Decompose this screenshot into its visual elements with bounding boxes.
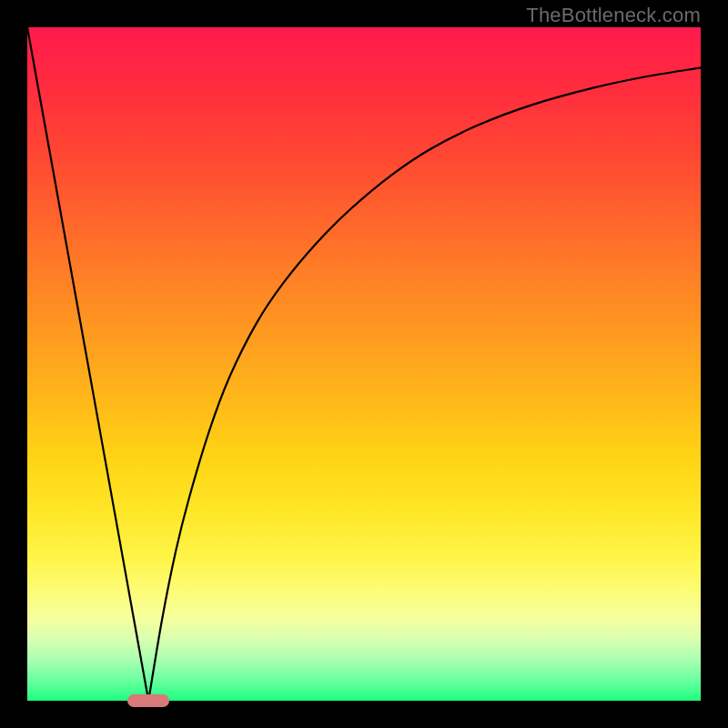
optimal-marker [127,694,169,707]
curve-left-branch [27,27,148,701]
plot-area [27,27,701,701]
chart-frame: TheBottleneck.com [0,0,728,728]
watermark-text: TheBottleneck.com [526,4,701,27]
curve-right-branch [148,67,701,701]
bottleneck-curve [27,27,701,701]
